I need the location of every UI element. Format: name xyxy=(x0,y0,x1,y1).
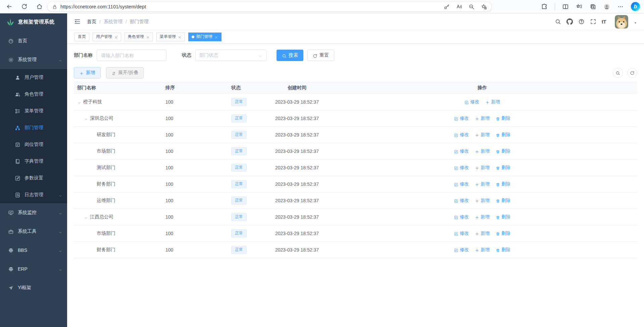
sidebar-item-dict[interactable]: 字典管理 xyxy=(0,153,67,170)
action-delete-link[interactable]: 删除 xyxy=(496,247,510,253)
action-edit-link[interactable]: 修改 xyxy=(454,198,469,204)
action-add-link[interactable]: 新增 xyxy=(475,132,490,138)
action-delete-link[interactable]: 删除 xyxy=(496,181,510,187)
action-add-link[interactable]: 新增 xyxy=(475,165,490,171)
password-key-icon[interactable] xyxy=(444,4,450,10)
action-edit-link[interactable]: 修改 xyxy=(454,148,469,154)
browser-home-button[interactable] xyxy=(34,2,44,12)
sidebar-item-dept[interactable]: 部门管理 xyxy=(0,119,67,136)
fullscreen-icon[interactable] xyxy=(590,18,596,25)
expand-chevron-icon[interactable] xyxy=(84,116,88,121)
action-edit-link[interactable]: 修改 xyxy=(454,115,469,121)
split-screen-icon[interactable] xyxy=(562,3,569,10)
close-icon[interactable] xyxy=(114,35,118,39)
add-favorite-icon[interactable] xyxy=(481,4,487,10)
action-delete-link[interactable]: 删除 xyxy=(496,198,510,204)
dept-name-input[interactable] xyxy=(97,50,166,61)
status-select[interactable]: 部门状态 xyxy=(195,50,266,61)
chevron-down-icon xyxy=(58,267,62,271)
copilot-icon[interactable]: b xyxy=(631,2,640,11)
toggle-search-button[interactable] xyxy=(613,68,623,78)
collections-icon[interactable] xyxy=(590,3,596,10)
trash-icon xyxy=(496,248,500,252)
extensions-icon[interactable] xyxy=(541,3,548,10)
dept-name: 江西总公司 xyxy=(90,214,113,220)
url-bar[interactable]: https://ccnetcore.com:1101/system/dept xyxy=(47,2,492,12)
refresh-table-button[interactable] xyxy=(627,68,637,78)
dept-name-cell: 财务部门 xyxy=(74,247,162,253)
column-header-sort: 排序 xyxy=(162,85,228,91)
expand-chevron-icon[interactable] xyxy=(77,100,82,104)
tab-menu[interactable]: 菜单管理 xyxy=(156,33,185,41)
action-add-link[interactable]: 新增 xyxy=(485,99,500,105)
dashboard-icon xyxy=(8,38,14,44)
breadcrumb-item[interactable]: 首页 xyxy=(87,19,96,25)
action-add-link[interactable]: 新增 xyxy=(475,115,490,121)
tab-user[interactable]: 用户管理 xyxy=(93,33,121,41)
close-icon[interactable] xyxy=(214,35,218,39)
action-edit-link[interactable]: 修改 xyxy=(454,214,469,220)
add-button[interactable]: 新增 xyxy=(74,67,101,78)
sidebar-item-system[interactable]: 系统管理 xyxy=(0,50,67,69)
action-delete-link[interactable]: 删除 xyxy=(496,132,510,138)
sort-value: 100 xyxy=(165,165,173,170)
table-row: 运维部门100正常2023-03-29 18:52:37修改新增删除 xyxy=(74,193,637,209)
sidebar-item-role[interactable]: 角色管理 xyxy=(0,86,67,103)
sidebar-item-home[interactable]: 首页 xyxy=(0,32,67,50)
action-delete-link[interactable]: 删除 xyxy=(496,148,510,154)
tab-dept[interactable]: 部门管理 xyxy=(188,33,221,41)
action-edit-link[interactable]: 修改 xyxy=(454,181,469,187)
action-delete-link[interactable]: 删除 xyxy=(496,214,510,220)
tab-home[interactable]: 首页 xyxy=(75,33,89,41)
sidebar-item-param[interactable]: 参数设置 xyxy=(0,170,67,186)
more-icon[interactable] xyxy=(617,3,624,10)
expand-collapse-button[interactable]: 展开/折叠 xyxy=(106,67,144,78)
favorites-icon[interactable] xyxy=(576,3,583,10)
zoom-out-icon[interactable] xyxy=(468,4,475,10)
app-title: 意框架管理系统 xyxy=(18,19,55,25)
sidebar-item-bbs[interactable]: BBS xyxy=(0,241,67,260)
avatar-caret-down-icon[interactable] xyxy=(634,20,637,23)
close-icon[interactable] xyxy=(178,35,182,39)
sidebar-item-user[interactable]: 用户管理 xyxy=(0,69,67,86)
action-add-link[interactable]: 新增 xyxy=(475,181,490,187)
expand-chevron-icon[interactable] xyxy=(84,215,88,219)
action-edit-link[interactable]: 修改 xyxy=(454,230,469,236)
actions-cell: 修改新增删除 xyxy=(327,247,637,253)
tab-role[interactable]: 角色管理 xyxy=(125,33,153,41)
search-icon[interactable] xyxy=(555,18,561,25)
sidebar-item-menu[interactable]: 菜单管理 xyxy=(0,103,67,119)
user-avatar[interactable] xyxy=(615,15,628,29)
action-delete-link[interactable]: 删除 xyxy=(496,230,510,236)
sidebar-item-yi[interactable]: Yi框架 xyxy=(0,278,67,297)
reset-button[interactable]: 重置 xyxy=(307,50,334,61)
dept-name: 市场部门 xyxy=(97,230,115,236)
read-aloud-icon[interactable] xyxy=(456,4,462,10)
sidebar-item-post[interactable]: 岗位管理 xyxy=(0,136,67,153)
browser-back-button[interactable] xyxy=(4,2,14,12)
action-edit-link[interactable]: 修改 xyxy=(454,247,469,253)
sidebar-item-monitor[interactable]: 系统监控 xyxy=(0,203,67,222)
sidebar-collapse-icon[interactable] xyxy=(74,18,81,25)
profile-icon[interactable] xyxy=(603,3,610,10)
action-edit-link[interactable]: 修改 xyxy=(464,99,479,105)
action-edit-link[interactable]: 修改 xyxy=(454,132,469,138)
action-add-link[interactable]: 新增 xyxy=(475,198,490,204)
action-edit-link[interactable]: 修改 xyxy=(454,165,469,171)
action-add-link[interactable]: 新增 xyxy=(475,247,490,253)
action-delete-link[interactable]: 删除 xyxy=(496,165,510,171)
browser-refresh-button[interactable] xyxy=(19,2,29,12)
close-icon[interactable] xyxy=(146,35,150,39)
sidebar-item-tool[interactable]: 系统工具 xyxy=(0,222,67,241)
action-delete-link[interactable]: 删除 xyxy=(496,115,510,121)
sidebar-item-erp[interactable]: ERP xyxy=(0,260,67,278)
sidebar-item-log[interactable]: 日志管理 xyxy=(0,186,67,203)
search-button[interactable]: 搜索 xyxy=(277,50,303,61)
action-add-link[interactable]: 新增 xyxy=(475,230,490,236)
github-icon[interactable] xyxy=(566,18,573,25)
table-header-row: 部门名称排序状态创建时间操作 xyxy=(74,82,637,94)
help-icon[interactable] xyxy=(578,18,585,25)
action-add-link[interactable]: 新增 xyxy=(475,148,490,154)
action-add-link[interactable]: 新增 xyxy=(475,214,490,220)
font-size-icon[interactable]: tT xyxy=(602,19,606,24)
